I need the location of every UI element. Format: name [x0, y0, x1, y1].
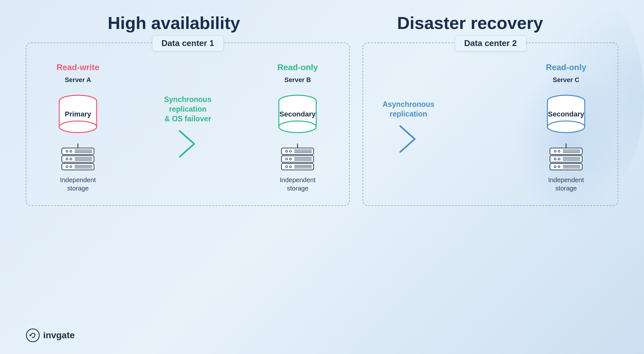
server-b-mode: Read-only: [278, 62, 318, 72]
dc1-replication-text: Synchronousreplication& OS failover: [164, 95, 212, 124]
datacenter1-box: Data center 1 Read-write Server A Primar…: [26, 42, 350, 206]
datacenter1-label: Data center 1: [152, 35, 223, 51]
svg-point-4: [59, 121, 97, 133]
page-container: High availability Disaster recovery Data…: [0, 0, 644, 354]
dc1-chevron-arrow: [176, 128, 199, 160]
dc2-replication-block: Asynchronousreplication: [376, 100, 440, 155]
svg-point-75: [26, 329, 39, 342]
server-a-storage-label: Independentstorage: [60, 176, 96, 192]
datacenter2-label: Data center 2: [455, 35, 526, 51]
svg-text:Secondary: Secondary: [548, 110, 584, 118]
datacenter1-inner: Read-write Server A Primary: [39, 62, 336, 192]
server-b-storage-label: Independentstorage: [280, 176, 316, 192]
logo: invgate: [26, 328, 75, 342]
svg-text:Primary: Primary: [65, 110, 91, 118]
high-availability-title: High availability: [26, 13, 322, 33]
server-a-storage: [59, 144, 97, 172]
svg-text:Secondary: Secondary: [279, 110, 316, 118]
server-b-cylinder: Secondary: [272, 89, 323, 140]
server-c-storage: [547, 144, 585, 172]
datacenter2-box: Data center 2 Asynchronousreplication Re…: [363, 42, 618, 206]
svg-point-29: [279, 121, 316, 133]
logo-text: invgate: [43, 330, 75, 340]
dc1-replication-block: Synchronousreplication& OS failover: [156, 95, 220, 160]
server-b-storage: [278, 144, 317, 172]
server-a-name: Server A: [65, 76, 91, 84]
svg-point-76: [30, 335, 31, 336]
server-a-cylinder: Primary: [52, 89, 104, 140]
main-content: Data center 1 Read-write Server A Primar…: [26, 42, 618, 206]
invgate-logo-icon: [26, 328, 40, 342]
dc2-replication-text: Asynchronousreplication: [383, 100, 434, 119]
server-c-block: Read-only Server C Secondary: [527, 62, 605, 192]
datacenter2-inner: Asynchronousreplication Read-only Server…: [376, 62, 605, 192]
server-c-storage-label: Independentstorage: [548, 176, 584, 192]
server-a-mode: Read-write: [57, 62, 99, 72]
disaster-recovery-title: Disaster recovery: [322, 13, 618, 33]
server-c-cylinder: Secondary: [540, 89, 592, 140]
server-b-block: Read-only Server B Secondary: [259, 62, 336, 192]
server-b-name: Server B: [284, 76, 311, 84]
dc2-chevron-arrow: [397, 123, 420, 155]
server-c-name: Server C: [553, 76, 579, 84]
svg-point-54: [547, 121, 585, 133]
server-c-mode: Read-only: [546, 62, 586, 72]
titles-row: High availability Disaster recovery: [26, 13, 618, 33]
server-a-block: Read-write Server A Primary: [39, 62, 117, 192]
